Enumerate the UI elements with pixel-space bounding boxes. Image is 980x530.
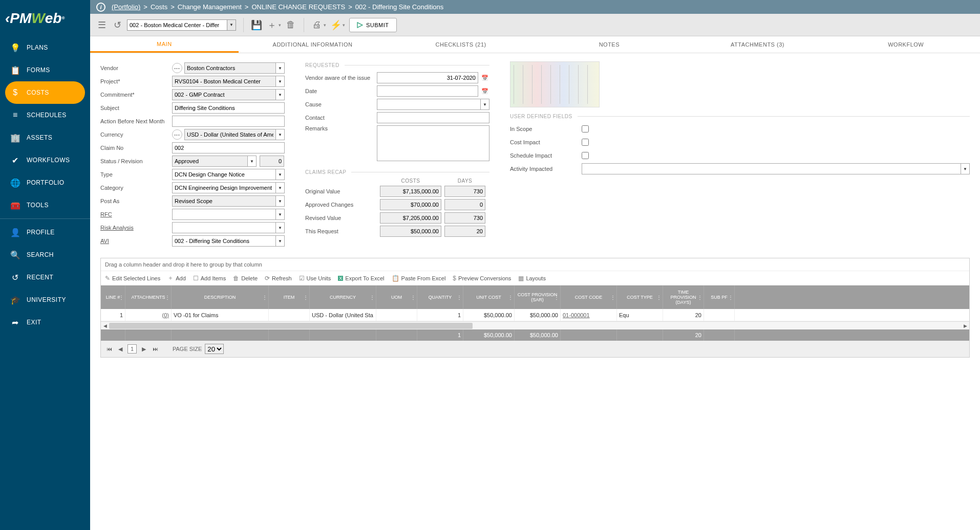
commitment-field[interactable] [172,89,275,100]
inscope-checkbox[interactable] [582,125,589,132]
column-header[interactable]: TIME PROVISION (DAYS)⋮ [663,285,704,309]
tab-main[interactable]: MAIN [90,36,239,53]
column-header[interactable]: COST PROVISION (SAR)⋮ [515,285,561,309]
avi-caret-icon[interactable]: ▼ [275,235,285,247]
tab-additional[interactable]: ADDITIONAL INFORMATION [239,36,387,53]
pager-next-icon[interactable]: ▶ [140,345,148,353]
sidebar-item-tools[interactable]: 🧰TOOLS [0,194,90,216]
cause-caret-icon[interactable]: ▼ [480,99,489,110]
column-header[interactable]: QUANTITY⋮ [417,285,463,309]
sidebar-item-assets[interactable]: 🏢ASSETS [0,126,90,149]
grid-delete-button[interactable]: 🗑Delete [233,275,258,282]
column-header[interactable]: UNIT COST⋮ [463,285,515,309]
costimpact-checkbox[interactable] [582,139,589,146]
sidebar-item-profile[interactable]: 👤PROFILE [0,221,90,244]
grid-group-header[interactable]: Drag a column header and drop it here to… [101,258,969,271]
submit-button[interactable]: SUBMIT [349,18,397,32]
status-field[interactable] [172,156,247,167]
activity-field[interactable] [582,163,961,174]
record-select-caret[interactable]: ▼ [227,19,236,31]
column-menu-icon[interactable]: ⋮ [457,295,462,300]
remarks-field[interactable] [377,125,489,161]
project-caret-icon[interactable]: ▼ [275,76,285,87]
column-header[interactable]: UOM⋮ [376,285,417,309]
risk-link[interactable]: Risk Analysis [100,225,134,231]
column-menu-icon[interactable]: ⋮ [610,295,615,300]
postas-caret-icon[interactable]: ▼ [275,195,285,207]
add-caret-icon[interactable]: ▾ [279,23,281,28]
table-row[interactable]: 1 (0) VO -01 for Claims USD - Dollar (Un… [101,309,969,321]
sidebar-item-recent[interactable]: ↺RECENT [0,266,90,289]
scroll-thumb[interactable] [109,323,473,329]
grid-additems-button[interactable]: ☐Add Items [193,275,226,282]
grid-export-button[interactable]: XExport To Excel [338,275,384,281]
tab-checklists[interactable]: CHECKLISTS (21) [387,36,535,53]
sidebar-item-schedules[interactable]: ≡SCHEDULES [0,104,90,126]
date-field[interactable] [377,85,478,97]
sidebar-item-costs[interactable]: $COSTS [5,81,85,104]
column-menu-icon[interactable]: ⋮ [411,295,416,300]
subject-field[interactable] [172,102,285,114]
info-icon[interactable]: i [96,3,105,12]
pager-last-icon[interactable]: ⏭ [151,345,159,353]
type-caret-icon[interactable]: ▼ [275,169,285,180]
pager-first-icon[interactable]: ⏮ [105,345,113,353]
tab-workflow[interactable]: WORKFLOW [832,36,980,53]
column-menu-icon[interactable]: ⋮ [728,295,733,300]
rfc-caret-icon[interactable]: ▼ [275,209,285,220]
print-caret-icon[interactable]: ▾ [324,23,326,28]
column-header[interactable]: ITEM⋮ [269,285,310,309]
sidebar-item-exit[interactable]: ➦EXIT [0,311,90,334]
grid-hscroll[interactable]: ◀ ▶ [101,321,969,329]
column-header[interactable]: ATTACHMENTS⋮ [125,285,172,309]
schedimpact-checkbox[interactable] [582,152,589,159]
scroll-left-icon[interactable]: ◀ [101,322,109,330]
delete-icon[interactable]: 🗑 [285,19,296,31]
column-menu-icon[interactable]: ⋮ [370,295,375,300]
risk-field[interactable] [172,222,275,233]
grid-useunits-button[interactable]: ☑Use Units [299,275,331,282]
grid-layouts-button[interactable]: ▦Layouts [518,275,546,282]
column-menu-icon[interactable]: ⋮ [119,295,124,300]
aware-field[interactable] [377,72,478,83]
status-caret-icon[interactable]: ▼ [247,156,257,167]
print-icon[interactable]: 🖨 [311,19,323,31]
column-menu-icon[interactable]: ⋮ [697,295,702,300]
claim-field[interactable] [172,142,285,153]
avi-link[interactable]: AVI [100,238,109,244]
revision-field[interactable] [260,156,284,167]
record-select[interactable] [127,19,227,31]
currency-field[interactable] [184,129,275,140]
rfc-field[interactable] [172,209,275,220]
history-icon[interactable]: ↺ [112,19,123,31]
column-header[interactable]: DESCRIPTION⋮ [172,285,269,309]
grid-edit-button[interactable]: ✎Edit Selected Lines [105,275,160,282]
column-menu-icon[interactable]: ⋮ [262,295,267,300]
grid-add-button[interactable]: ＋Add [167,274,186,282]
column-menu-icon[interactable]: ⋮ [165,295,170,300]
action-icon[interactable]: ⚡ [330,19,342,31]
abnm-field[interactable] [172,116,285,127]
attachments-link[interactable]: (0) [162,312,169,318]
avi-field[interactable] [172,235,275,247]
column-menu-icon[interactable]: ⋮ [656,295,662,300]
column-menu-icon[interactable]: ⋮ [554,295,559,300]
column-menu-icon[interactable]: ⋮ [508,295,513,300]
pager-size-select[interactable]: 20 [205,344,224,354]
pager-prev-icon[interactable]: ◀ [116,345,124,353]
grid-paste-button[interactable]: 📋Paste From Excel [392,275,446,282]
activity-caret-icon[interactable]: ▼ [961,163,970,174]
tab-notes[interactable]: NOTES [535,36,684,53]
breadcrumb-portfolio[interactable]: (Portfolio) [112,3,140,11]
sidebar-item-plans[interactable]: 💡PLANS [0,36,90,59]
aware-calendar-icon[interactable]: 📅 [480,72,489,83]
scroll-right-icon[interactable]: ▶ [961,322,969,330]
category-caret-icon[interactable]: ▼ [275,182,285,193]
sidebar-item-university[interactable]: 🎓UNIVERSITY [0,289,90,311]
column-menu-icon[interactable]: ⋮ [303,295,308,300]
grid-preview-button[interactable]: $Preview Conversions [453,275,511,282]
column-header[interactable]: COST TYPE⋮ [617,285,663,309]
sidebar-item-portfolio[interactable]: 🌐PORTFOLIO [0,171,90,194]
add-icon[interactable]: ＋ [266,19,278,31]
vendor-more-icon[interactable]: ••• [172,63,182,73]
